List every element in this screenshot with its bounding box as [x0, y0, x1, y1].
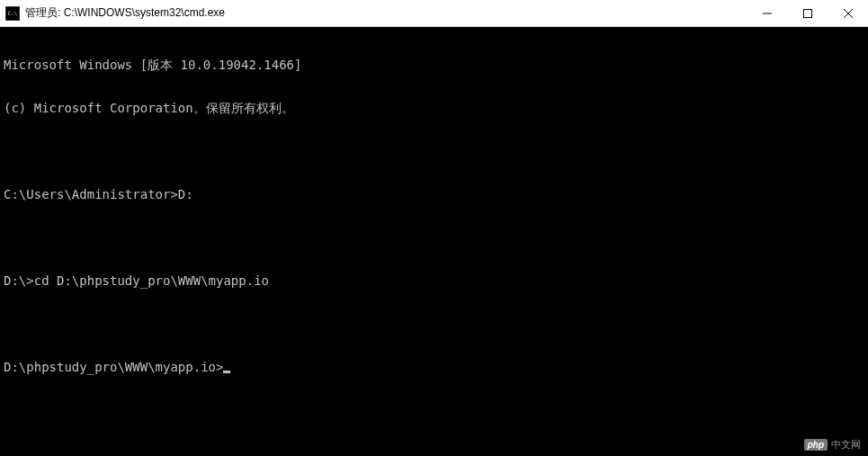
title-bar: 管理员: C:\WINDOWS\system32\cmd.exe	[0, 0, 868, 27]
terminal-line: C:\Users\Administrator>D:	[4, 187, 864, 201]
terminal-line: (c) Microsoft Corporation。保留所有权利。	[4, 101, 864, 115]
terminal-line: Microsoft Windows [版本 10.0.19042.1466]	[4, 58, 864, 72]
svg-rect-1	[803, 9, 811, 17]
cmd-icon	[5, 6, 20, 21]
terminal-prompt-line: D:\phpstudy_pro\WWW\myapp.io>	[4, 360, 864, 374]
terminal-output[interactable]: Microsoft Windows [版本 10.0.19042.1466] (…	[0, 27, 868, 390]
title-left: 管理员: C:\WINDOWS\system32\cmd.exe	[0, 5, 225, 21]
window-title: 管理员: C:\WINDOWS\system32\cmd.exe	[25, 5, 225, 21]
terminal-line: D:\>cd D:\phpstudy_pro\WWW\myapp.io	[4, 273, 864, 288]
close-button[interactable]	[828, 0, 868, 26]
terminal-line	[4, 230, 864, 245]
window-controls	[747, 0, 868, 26]
terminal-line	[4, 317, 864, 331]
watermark-text: 中文网	[831, 438, 861, 452]
terminal-prompt: D:\phpstudy_pro\WWW\myapp.io>	[4, 360, 223, 374]
minimize-button[interactable]	[747, 0, 787, 26]
maximize-button[interactable]	[787, 0, 828, 26]
terminal-line	[4, 144, 864, 158]
cursor	[223, 371, 230, 373]
watermark: php 中文网	[804, 438, 861, 452]
watermark-badge: php	[804, 439, 828, 451]
